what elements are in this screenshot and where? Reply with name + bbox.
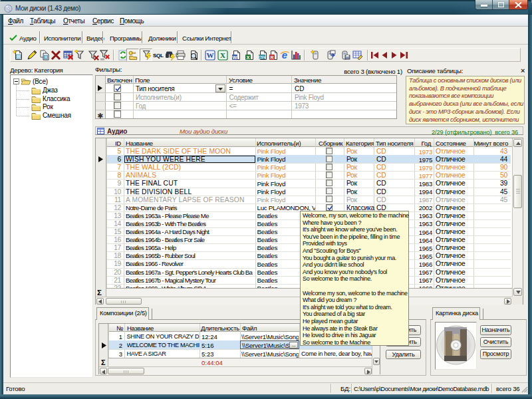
svg-text:CSV: CSV xyxy=(258,55,266,59)
svg-text:X: X xyxy=(220,51,225,59)
svg-text:W: W xyxy=(207,51,214,59)
svg-text:X: X xyxy=(246,55,249,61)
svg-text:W: W xyxy=(232,55,237,61)
svg-text:R: R xyxy=(270,55,273,60)
